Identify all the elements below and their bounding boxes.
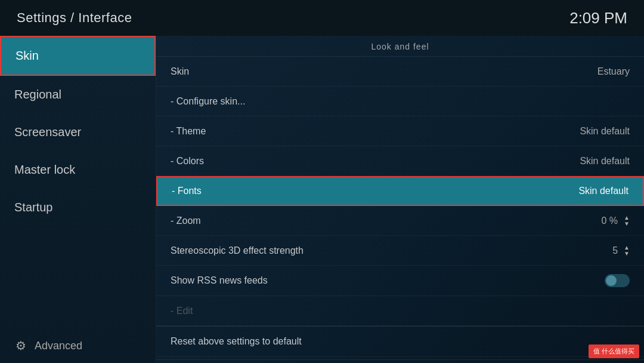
colors-label: - Colors — [171, 156, 204, 167]
header: Settings / Interface 2:09 PM — [0, 0, 644, 36]
stereoscopic-down-icon[interactable]: ▼ — [624, 251, 630, 257]
zoom-up-icon[interactable]: ▲ — [624, 215, 630, 221]
stereoscopic-up-icon[interactable]: ▲ — [624, 245, 630, 251]
stereoscopic-spinner[interactable]: ▲ ▼ — [624, 245, 630, 257]
sidebar: Skin Regional Screensaver Master lock St… — [0, 36, 156, 363]
reset-row[interactable]: Reset above settings to default — [156, 326, 644, 357]
stereoscopic-value: 5 ▲ ▼ — [612, 245, 630, 257]
section-header: Look and feel — [156, 36, 644, 57]
fonts-label: - Fonts — [172, 186, 202, 196]
theme-value: Skin default — [580, 126, 630, 137]
rss-toggle-container — [605, 274, 630, 287]
sidebar-item-masterlock[interactable]: Master lock — [0, 151, 156, 189]
colors-value: Skin default — [580, 156, 630, 167]
rss-row[interactable]: Show RSS news feeds — [156, 266, 644, 296]
zoom-value: 0 % ▲ ▼ — [602, 215, 630, 227]
skin-row[interactable]: Skin Estuary — [156, 57, 644, 87]
configure-skin-row[interactable]: - Configure skin... — [156, 87, 644, 116]
description-bar: Choose the fonts displayed in the user i… — [156, 359, 644, 363]
sidebar-item-regional[interactable]: Regional — [0, 76, 156, 113]
advanced-label: Advanced — [35, 340, 82, 352]
watermark: 值 什么值得买 — [589, 344, 639, 358]
edit-label: - Edit — [171, 306, 193, 316]
reset-label: Reset above settings to default — [171, 336, 302, 346]
sidebar-nav: Skin Regional Screensaver Master lock St… — [0, 36, 156, 226]
configure-skin-label: - Configure skin... — [171, 96, 245, 107]
sidebar-item-screensaver[interactable]: Screensaver — [0, 113, 156, 151]
zoom-spinner[interactable]: ▲ ▼ — [624, 215, 630, 227]
zoom-row[interactable]: - Zoom 0 % ▲ ▼ — [156, 206, 644, 236]
rss-toggle[interactable] — [605, 274, 630, 287]
stereoscopic-label: Stereoscopic 3D effect strength — [171, 245, 304, 256]
fonts-row[interactable]: - Fonts Skin default — [156, 176, 644, 206]
rss-label: Show RSS news feeds — [171, 275, 268, 286]
main-layout: Skin Regional Screensaver Master lock St… — [0, 36, 644, 363]
edit-row: - Edit — [156, 296, 644, 326]
zoom-label: - Zoom — [171, 216, 201, 226]
clock: 2:09 PM — [569, 9, 627, 27]
colors-row[interactable]: - Colors Skin default — [156, 146, 644, 176]
skin-value: Estuary — [597, 66, 630, 77]
page-title: Settings / Interface — [17, 10, 132, 26]
content-area: Look and feel Skin Estuary - Configure s… — [156, 36, 644, 363]
skin-label: Skin — [171, 66, 189, 77]
watermark-text: 值 什么值得买 — [593, 347, 634, 356]
sidebar-item-skin[interactable]: Skin — [0, 36, 156, 76]
stereoscopic-row[interactable]: Stereoscopic 3D effect strength 5 ▲ ▼ — [156, 236, 644, 266]
sidebar-item-startup[interactable]: Startup — [0, 189, 156, 226]
theme-row[interactable]: - Theme Skin default — [156, 116, 644, 146]
advanced-button[interactable]: ⚙ Advanced — [0, 328, 156, 363]
fonts-value: Skin default — [578, 186, 628, 196]
gear-icon: ⚙ — [14, 339, 27, 352]
zoom-down-icon[interactable]: ▼ — [624, 221, 630, 227]
theme-label: - Theme — [171, 126, 206, 137]
